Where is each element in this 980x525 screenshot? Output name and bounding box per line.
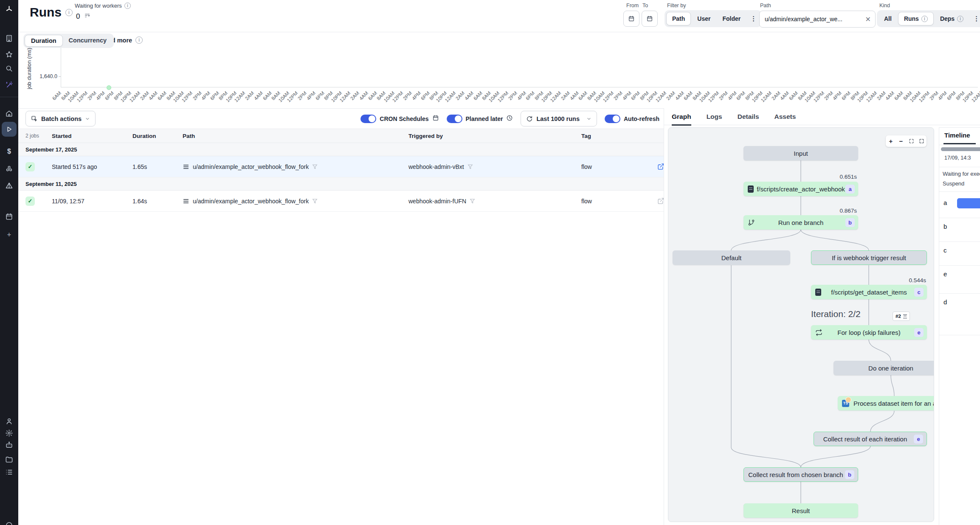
filter-tab-path[interactable]: Path bbox=[666, 12, 691, 25]
settings-gear-icon[interactable] bbox=[0, 427, 18, 439]
node-for-loop[interactable]: For loop (skip failures) e bbox=[811, 325, 927, 340]
node-create-actor-webhook[interactable]: f/scripts/create_actor_webhook a bbox=[743, 182, 858, 196]
windmill-logo-icon[interactable] bbox=[0, 3, 18, 15]
group-date: September 17, 2025 bbox=[25, 146, 77, 153]
add-plus-icon[interactable]: + bbox=[0, 228, 18, 241]
workers-robot-icon[interactable] bbox=[0, 438, 18, 451]
typescript-icon: TS bbox=[842, 400, 849, 407]
node-if-webhook-branch[interactable]: If is webhook trigger result bbox=[811, 250, 927, 265]
success-check-icon: ✓ bbox=[25, 162, 35, 171]
run-row[interactable]: ✓ Started 517s ago 1.65s u/admin/example… bbox=[18, 156, 664, 177]
run-path-cell[interactable]: u/admin/example_actor_webhook_flow_fork bbox=[183, 163, 408, 170]
runs-list-pane: Batch actions CRON Schedules Planned lat… bbox=[18, 108, 664, 525]
filter-tab-folder[interactable]: Folder bbox=[717, 12, 746, 25]
run-row[interactable]: ✓ 11/09, 12:57 1.64s u/admin/example_act… bbox=[18, 191, 664, 212]
kind-tab-deps[interactable]: Depsi bbox=[935, 12, 969, 25]
timeline-row-e: e bbox=[943, 270, 947, 278]
run-triggered-cell[interactable]: webhook-admin-vBxt bbox=[408, 163, 581, 170]
iteration-chip-value: #2 bbox=[896, 314, 901, 319]
node-run-one-branch[interactable]: Run one branch b bbox=[743, 215, 858, 230]
node-label: Run one branch bbox=[766, 219, 836, 226]
kind-tab-all[interactable]: All bbox=[879, 12, 897, 25]
timeline-bar-a[interactable] bbox=[957, 198, 980, 208]
tab-details[interactable]: Details bbox=[738, 108, 759, 125]
node-do-one-iteration[interactable]: Do one iteration bbox=[834, 361, 934, 375]
filter-more-kebab-icon[interactable]: ⋮ bbox=[747, 15, 760, 22]
home-icon[interactable] bbox=[0, 107, 18, 120]
tab-assets[interactable]: Assets bbox=[774, 108, 796, 125]
batch-actions-button[interactable]: Batch actions bbox=[25, 111, 96, 126]
node-label: Collect result of each iteration bbox=[819, 435, 922, 443]
clear-path-icon[interactable]: ✕ bbox=[865, 15, 871, 23]
folders-icon[interactable] bbox=[0, 453, 18, 466]
path-filter-input[interactable] bbox=[764, 15, 862, 23]
col-started: Started bbox=[52, 133, 132, 139]
timeline-title[interactable]: Timeline bbox=[944, 132, 970, 139]
waiting-filter-icon[interactable] bbox=[84, 12, 91, 21]
user-icon[interactable] bbox=[0, 415, 18, 427]
zoom-out-icon[interactable]: − bbox=[896, 135, 906, 147]
resources-icon[interactable] bbox=[0, 162, 18, 175]
assets-prism-icon[interactable] bbox=[0, 179, 18, 192]
path-filter-funnel-icon[interactable] bbox=[312, 164, 318, 169]
run-triggered-cell[interactable]: webhook-admin-fUFN bbox=[408, 198, 581, 205]
run-path-cell[interactable]: u/admin/example_actor_webhook_flow_fork bbox=[183, 198, 408, 205]
path-filter-funnel-icon[interactable] bbox=[312, 198, 318, 204]
node-process-dataset-item[interactable]: TS Process dataset item for an action bbox=[838, 396, 934, 410]
filter-tab-user[interactable]: User bbox=[692, 12, 716, 25]
help-circle-icon[interactable] bbox=[0, 519, 18, 525]
x-tick-label: 10AM bbox=[278, 89, 287, 108]
iteration-selector-chip[interactable]: #2 bbox=[893, 312, 910, 321]
x-tick-label: 2AM bbox=[242, 89, 251, 108]
runs-info-icon[interactable]: i bbox=[65, 9, 73, 16]
schedules-calendar-icon[interactable] bbox=[0, 210, 18, 223]
x-tick-label: 4AM bbox=[883, 89, 892, 108]
expand-icon[interactable] bbox=[916, 135, 926, 147]
tab-graph[interactable]: Graph bbox=[672, 108, 691, 125]
workspace-building-icon[interactable] bbox=[0, 32, 18, 45]
node-result[interactable]: Result bbox=[743, 503, 858, 518]
triggered-filter-funnel-icon[interactable] bbox=[467, 164, 473, 169]
ai-wand-icon[interactable] bbox=[0, 79, 18, 91]
fit-view-icon[interactable] bbox=[906, 135, 916, 147]
from-date-button[interactable] bbox=[623, 11, 639, 27]
planned-later-toggle[interactable] bbox=[447, 115, 462, 123]
node-default-branch[interactable]: Default bbox=[673, 250, 790, 265]
flow-graph-canvas[interactable]: + − Input 0.651s f/scripts/create_actor_… bbox=[668, 127, 934, 522]
x-tick-label: 12PM bbox=[813, 89, 822, 108]
node-get-dataset-items[interactable]: f/scripts/get_dataset_items c bbox=[811, 285, 927, 299]
sidebar-item-runs[interactable] bbox=[2, 122, 17, 137]
node-label: Process dataset item for an action bbox=[853, 400, 934, 407]
variables-dollar-icon[interactable]: $ bbox=[0, 145, 18, 158]
x-tick-label: 12AM bbox=[234, 89, 243, 108]
x-tick-label: 12PM bbox=[181, 89, 190, 108]
node-duration: 0.544s bbox=[909, 277, 926, 284]
favorites-star-icon[interactable] bbox=[0, 48, 18, 61]
node-collect-branch[interactable]: Collect result from chosen branch b bbox=[743, 467, 858, 482]
x-tick-label: 12PM bbox=[918, 89, 927, 108]
node-collect-iteration[interactable]: Collect result of each iteration e bbox=[814, 432, 927, 446]
cron-schedules-toggle[interactable] bbox=[360, 115, 376, 123]
kind-more-kebab-icon[interactable]: ⋮ bbox=[970, 15, 980, 22]
timeline-row-b: b bbox=[943, 223, 947, 230]
tab-concurrency[interactable]: Concurrency bbox=[63, 35, 113, 47]
sidebar: $ + bbox=[0, 0, 18, 525]
waiting-info-icon[interactable]: i bbox=[124, 3, 131, 9]
run-tag: flow bbox=[581, 198, 651, 205]
planned-clock-icon bbox=[506, 115, 513, 123]
audit-list-icon[interactable] bbox=[0, 466, 18, 478]
tab-logs[interactable]: Logs bbox=[707, 108, 722, 125]
zoom-in-icon[interactable]: + bbox=[886, 135, 896, 147]
triggered-filter-funnel-icon[interactable] bbox=[470, 198, 475, 204]
tab-duration[interactable]: Duration bbox=[25, 35, 63, 47]
node-input[interactable]: Input bbox=[743, 146, 858, 160]
last-runs-dropdown[interactable]: Last 1000 runs bbox=[521, 111, 597, 126]
search-icon[interactable] bbox=[0, 62, 18, 75]
to-date-button[interactable] bbox=[642, 11, 658, 27]
x-tick-label: 6PM bbox=[734, 89, 743, 108]
auto-refresh-toggle[interactable] bbox=[605, 115, 620, 123]
timeline-progress-bar bbox=[941, 147, 980, 151]
timeline-timestamp: 17/09, 14:3 bbox=[944, 155, 971, 161]
x-tick-label: 6PM bbox=[102, 89, 111, 108]
kind-tab-runs[interactable]: Runsi bbox=[898, 12, 934, 25]
